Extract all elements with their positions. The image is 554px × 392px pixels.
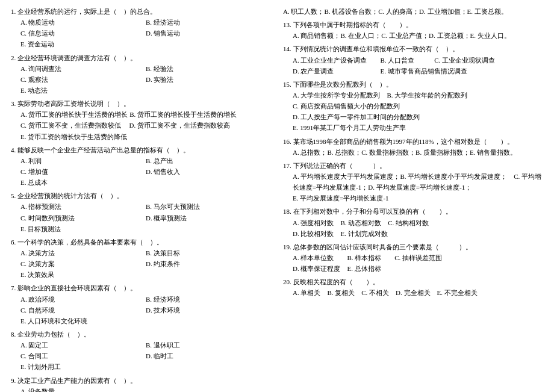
option-item: C. 观察法 xyxy=(20,74,146,85)
question-block: 18. 在下列相对数中，分子和分母可以互换的有（ ）。A. 强度相对数 B. 动… xyxy=(283,206,543,238)
option-item: A. 询问调查法 xyxy=(20,63,146,74)
option-item: A. 货币工资的增长快于生活费的增长 B. 货币工资的增长慢于生活费的增长 xyxy=(20,109,271,120)
option-item: C. 货币工资不变，生活费指数较低 D. 货币工资不变，生活费指数较高 xyxy=(20,120,271,131)
option-item: C. 信息运动 xyxy=(20,28,146,39)
options-grid: A. 固定工B. 退休职工C. 合同工D. 临时工E. 计划外用工 xyxy=(20,340,271,372)
option-item: E. 人口环境和文化环境 xyxy=(20,316,271,326)
option-item: B. 经济环境 xyxy=(146,294,271,305)
question-block: 15. 下面哪些是次数分配数列（ ）。A. 大学生按所学专业分配数列 B. 大学… xyxy=(283,79,543,134)
question-title: 16. 某市场1998年全部商品的销售额为1997年的118%，这个相对数是（ … xyxy=(283,136,543,147)
question-title: 4. 能够反映一个企业生产经营活动产出总量的指标有（ ）。 xyxy=(11,145,271,155)
left-column: 1. 企业经营系统的运行，实际上是（ ）的总合。A. 物质运动B. 经济运动C.… xyxy=(11,6,271,392)
question-block: 8. 企业劳动力包括（ ）。A. 固定工B. 退休职工C. 合同工D. 临时工E… xyxy=(11,329,271,373)
option-item: C. 增加值 xyxy=(20,166,146,177)
option-item: E. 平均发展速度=平均增长速度-1 xyxy=(293,193,543,204)
options-grid: A. 政治环境B. 经济环境C. 自然环境D. 技术环境E. 人口环境和文化环境 xyxy=(20,294,271,326)
question-title: 3. 实际劳动者高际工资增长说明（ ）。 xyxy=(11,98,271,109)
option-item: C. 合同工 xyxy=(20,350,146,361)
option-item: E. 决策效果 xyxy=(20,269,271,280)
question-block: 9. 决定工业产品生产能力的因素有（ ）。A. 设备数量B. 单项设备生产能力C… xyxy=(11,375,271,393)
option-item: E. 总成本 xyxy=(20,177,271,188)
question-block: 19. 总体参数的区间估计应该同时具备的三个要素是（ ）。A. 样本单位数 B.… xyxy=(283,241,543,274)
question-title: 13. 下列各项中属于时期指标的有（ ）。 xyxy=(283,19,543,30)
option-item: D. 约束条件 xyxy=(146,258,271,269)
option-item: A. 政治环境 xyxy=(20,294,146,305)
question-block: 6. 一个科学的决策，必然具备的基本要素有（ ）。A. 决策方法B. 决策目标C… xyxy=(11,237,271,281)
question-block: 5. 企业经营预测的统计方法有（ ）。A. 指标预测法B. 马尔可夫预测法C. … xyxy=(11,190,271,234)
option-item: E. 动态法 xyxy=(20,85,271,96)
option-item: A. 单相关 B. 复相关 C. 不相关 D. 完全相关 E. 不完全相关 xyxy=(293,287,543,298)
option-item: D. 临时工 xyxy=(146,350,271,361)
question-title: 7. 影响企业的直接社会环境因素有（ ）。 xyxy=(11,282,271,293)
question-block: 14. 下列情况统计的调查单位和填报单位不一致的有（ ）。A. 工业企业生产设备… xyxy=(283,43,543,76)
option-item: B. 决策目标 xyxy=(146,247,271,258)
question-title: 2. 企业经营环境调查的调查方法有（ ）。 xyxy=(11,52,271,63)
question-title: 20. 反映相关程度的有（ ）。 xyxy=(283,276,543,287)
option-item: B. 马尔可夫预测法 xyxy=(146,201,271,212)
option-item: C. 时间数列预测法 xyxy=(20,213,146,223)
option-item: D. 农产量调查 E. 城市零售商品销售情况调查 xyxy=(293,66,543,76)
option-item: A. 决策方法 xyxy=(20,247,146,258)
option-item: A. 总指数；B. 总指数；C. 数量指标指数；B. 质量指标指数；E. 销售量… xyxy=(293,147,543,158)
option-item: E. 货币工资的增长快于生活费的降低 xyxy=(20,131,271,142)
page-content: 1. 企业经营系统的运行，实际上是（ ）的总合。A. 物质运动B. 经济运动C.… xyxy=(11,6,543,392)
option-item: E. 资金运动 xyxy=(20,39,271,49)
question-title: A. 职工人数；B. 机器设备台数；C. 人的身高；D. 工业增加值；E. 工资… xyxy=(283,6,543,17)
question-title: 19. 总体参数的区间估计应该同时具备的三个要素是（ ）。 xyxy=(283,241,543,252)
option-item: E. 计划外用工 xyxy=(20,361,271,372)
question-block: 1. 企业经营系统的运行，实际上是（ ）的总合。A. 物质运动B. 经济运动C.… xyxy=(11,6,271,50)
question-title: 18. 在下列相对数中，分子和分母可以互换的有（ ）。 xyxy=(283,206,543,217)
option-item: D. 工人按生产每一零件加工时间的分配数列 xyxy=(293,111,543,122)
option-item: A. 指标预测法 xyxy=(20,201,146,212)
option-item: C. 自然环境 xyxy=(20,305,146,316)
option-item: D. 技术环境 xyxy=(146,305,271,316)
option-item: D. 销售运动 xyxy=(146,28,271,39)
question-title: 1. 企业经营系统的运行，实际上是（ ）的总合。 xyxy=(11,6,271,17)
question-block: 13. 下列各项中属于时期指标的有（ ）。A. 商品销售额；B. 在业人口；C.… xyxy=(283,19,543,41)
option-item: D. 销售收入 xyxy=(146,166,271,177)
options-grid: A. 决策方法B. 决策目标C. 决策方案D. 约束条件E. 决策效果 xyxy=(20,247,271,280)
question-block: A. 职工人数；B. 机器设备台数；C. 人的身高；D. 工业增加值；E. 工资… xyxy=(283,6,543,17)
option-item: C. 商店按商品销售额大小的分配数列 xyxy=(293,101,543,111)
option-item: A. 样本单位数 B. 样本指标 C. 抽样误差范围 xyxy=(293,252,543,263)
option-item: A. 工业企业生产设备调查 B. 人口普查 C. 工业企业现状调查 xyxy=(293,55,543,66)
question-block: 16. 某市场1998年全部商品的销售额为1997年的118%，这个相对数是（ … xyxy=(283,136,543,158)
option-item: B. 退休职工 xyxy=(146,340,271,350)
option-item: C. 决策方案 xyxy=(20,258,146,269)
option-item: D. 实验法 xyxy=(146,74,271,85)
question-block: 7. 影响企业的直接社会环境因素有（ ）。A. 政治环境B. 经济环境C. 自然… xyxy=(11,282,271,326)
option-item: E. 1991年某工厂每个月工人劳动生产率 xyxy=(293,122,543,133)
option-item: D. 概率预测法 xyxy=(146,213,271,223)
question-block: 2. 企业经营环境调查的调查方法有（ ）。A. 询问调查法B. 经验法C. 观察… xyxy=(11,52,271,96)
options-grid: A. 利润B. 总产出C. 增加值D. 销售收入E. 总成本 xyxy=(20,155,271,188)
option-item: E. 目标预测法 xyxy=(20,223,271,234)
option-item: A. 利润 xyxy=(20,155,146,166)
option-item: A. 平均增长速度大于平均发展速度；B. 平均增长速度小于平均发展速度； C. … xyxy=(293,171,543,193)
option-item: A. 固定工 xyxy=(20,340,146,350)
question-title: 17. 下列说法正确的有（ ）。 xyxy=(283,160,543,171)
question-block: 4. 能够反映一个企业生产经营活动产出总量的指标有（ ）。A. 利润B. 总产出… xyxy=(11,145,271,188)
option-item: A. 物质运动 xyxy=(20,17,146,28)
options-grid: A. 询问调查法B. 经验法C. 观察法D. 实验法E. 动态法 xyxy=(20,63,271,96)
question-title: 8. 企业劳动力包括（ ）。 xyxy=(11,329,271,340)
question-title: 15. 下面哪些是次数分配数列（ ）。 xyxy=(283,79,543,90)
options-grid: A. 指标预测法B. 马尔可夫预测法C. 时间数列预测法D. 概率预测法E. 目… xyxy=(20,201,271,234)
question-block: 20. 反映相关程度的有（ ）。A. 单相关 B. 复相关 C. 不相关 D. … xyxy=(283,276,543,298)
option-item: B. 经济运动 xyxy=(146,17,271,28)
question-block: 17. 下列说法正确的有（ ）。A. 平均增长速度大于平均发展速度；B. 平均增… xyxy=(283,160,543,204)
option-item: D. 概率保证程度 E. 总体指标 xyxy=(293,263,543,274)
option-item: A. 设备数量 xyxy=(20,386,271,392)
option-item: B. 经验法 xyxy=(146,63,271,74)
option-item: B. 总产出 xyxy=(146,155,271,166)
question-title: 14. 下列情况统计的调查单位和填报单位不一致的有（ ）。 xyxy=(283,43,543,54)
right-column: A. 职工人数；B. 机器设备台数；C. 人的身高；D. 工业增加值；E. 工资… xyxy=(283,6,543,392)
option-item: A. 商品销售额；B. 在业人口；C. 工业总产值；D. 工资总额；E. 失业人… xyxy=(293,30,543,41)
question-title: 9. 决定工业产品生产能力的因素有（ ）。 xyxy=(11,375,271,386)
option-item: A. 大学生按所学专业分配数列 B. 大学生按年龄的分配数列 xyxy=(293,90,543,101)
question-title: 6. 一个科学的决策，必然具备的基本要素有（ ）。 xyxy=(11,237,271,247)
option-item: D. 比较相对数 E. 计划完成对数 xyxy=(293,228,543,239)
options-grid: A. 物质运动B. 经济运动C. 信息运动D. 销售运动E. 资金运动 xyxy=(20,17,271,49)
question-title: 5. 企业经营预测的统计方法有（ ）。 xyxy=(11,190,271,201)
question-block: 3. 实际劳动者高际工资增长说明（ ）。A. 货币工资的增长快于生活费的增长 B… xyxy=(11,98,271,142)
option-item: A. 强度相对数 B. 动态相对数 C. 结构相对数 xyxy=(293,217,543,228)
